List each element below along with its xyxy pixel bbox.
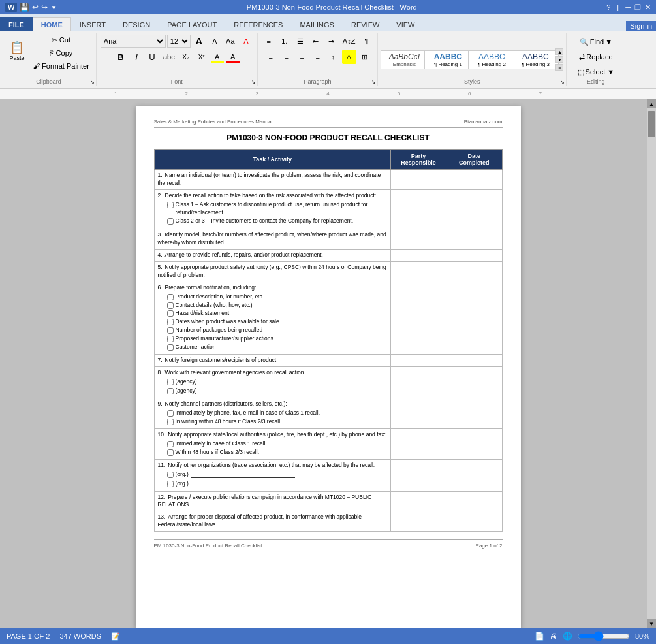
- change-case-button[interactable]: Aa: [223, 34, 238, 48]
- tab-mailings[interactable]: MAILINGS: [291, 17, 343, 31]
- styles-scroll-down[interactable]: ▼: [555, 56, 563, 63]
- style-heading3[interactable]: AABBC ¶ Heading 3: [512, 50, 559, 69]
- vertical-scrollbar[interactable]: ▲ ▼: [647, 99, 656, 628]
- window-controls[interactable]: ? | ─ ❐ ✕: [606, 3, 651, 12]
- checkbox-2-1[interactable]: [167, 202, 174, 208]
- select-button[interactable]: ⬚ Select ▼: [576, 65, 617, 78]
- checkbox-9-2[interactable]: [167, 419, 174, 425]
- text-highlight-button[interactable]: A: [210, 50, 225, 64]
- checkbox-6-4[interactable]: [167, 319, 174, 325]
- checkbox-11-2[interactable]: [167, 481, 174, 487]
- style-heading2[interactable]: AABBC ¶ Heading 2: [468, 50, 515, 69]
- styles-more[interactable]: ≡: [555, 64, 563, 71]
- format-painter-button[interactable]: 🖌 Format Painter: [30, 60, 92, 72]
- view-web-button[interactable]: 🌐: [563, 632, 572, 641]
- align-left-button[interactable]: ≡: [264, 50, 278, 64]
- cut-button[interactable]: ✂ Cut: [30, 34, 92, 46]
- bold-button[interactable]: B: [114, 50, 128, 64]
- checkbox-8-1[interactable]: [167, 379, 174, 385]
- tab-review[interactable]: REVIEW: [343, 17, 388, 31]
- footer-right: Page 1 of 2: [476, 543, 503, 549]
- checkbox-6-3[interactable]: [167, 310, 174, 317]
- scroll-thumb[interactable]: [648, 111, 655, 137]
- tab-references[interactable]: REFERENCES: [225, 17, 291, 31]
- checkbox-10-1[interactable]: [167, 441, 174, 447]
- paragraph-expand[interactable]: ↘: [371, 79, 376, 85]
- subscript-button[interactable]: X₂: [179, 50, 193, 64]
- checkbox-6-2[interactable]: [167, 302, 174, 309]
- line-spacing-button[interactable]: ↕: [326, 50, 341, 64]
- style-emphasis[interactable]: AaBbCcI Emphasis: [381, 50, 428, 69]
- quick-save[interactable]: 💾: [20, 3, 29, 12]
- document-page[interactable]: Sales & Marketing Policies and Procedure…: [136, 106, 521, 628]
- borders-button[interactable]: ⊞: [358, 50, 372, 64]
- tab-page-layout[interactable]: PAGE LAYOUT: [159, 17, 225, 31]
- tab-file[interactable]: FILE: [0, 17, 33, 31]
- strikethrough-button[interactable]: abc: [161, 50, 178, 64]
- quick-undo[interactable]: ↩: [32, 3, 39, 12]
- ribbon-tabs: FILE HOME INSERT DESIGN PAGE LAYOUT REFE…: [0, 14, 656, 31]
- underline-button[interactable]: U: [145, 50, 159, 64]
- italic-button[interactable]: I: [129, 50, 144, 64]
- clear-formatting-button[interactable]: A: [239, 34, 253, 48]
- checkbox-6-6[interactable]: [167, 336, 174, 342]
- ruler: 1 2 3 4 5 6 7: [0, 89, 656, 99]
- grow-font-button[interactable]: A: [192, 34, 206, 48]
- checkbox-6-5[interactable]: [167, 327, 174, 334]
- task-8-sub-1: (agency): [167, 378, 387, 386]
- superscript-button[interactable]: X²: [195, 50, 209, 64]
- styles-scroll-up[interactable]: ▲: [555, 48, 563, 55]
- restore-btn[interactable]: ❐: [634, 3, 641, 12]
- task-2: 2.Decide the recall action to take based…: [154, 189, 390, 229]
- shading-button[interactable]: A: [342, 50, 356, 64]
- view-print-button[interactable]: 🖨: [550, 632, 557, 641]
- tab-home[interactable]: HOME: [33, 17, 71, 31]
- shrink-font-button[interactable]: A: [208, 34, 222, 48]
- zoom-slider[interactable]: [578, 632, 630, 640]
- checkbox-6-1[interactable]: [167, 294, 174, 300]
- show-formatting-button[interactable]: ¶: [359, 34, 373, 48]
- close-btn[interactable]: ✕: [645, 3, 651, 12]
- font-expand[interactable]: ↘: [251, 79, 256, 85]
- help-btn[interactable]: ?: [606, 3, 610, 12]
- checkbox-11-1[interactable]: [167, 472, 174, 478]
- multilevel-button[interactable]: ☰: [293, 34, 307, 48]
- paste-button[interactable]: 📋 Paste: [5, 34, 29, 68]
- view-read-button[interactable]: 📄: [535, 632, 544, 641]
- align-right-button[interactable]: ≡: [295, 50, 309, 64]
- tab-insert[interactable]: INSERT: [71, 17, 114, 31]
- sort-button[interactable]: A↕Z: [340, 34, 358, 48]
- scroll-up-button[interactable]: ▲: [647, 99, 656, 108]
- checkbox-8-2[interactable]: [167, 388, 174, 394]
- bullets-button[interactable]: ≡: [262, 34, 276, 48]
- sign-in-button[interactable]: Sign in: [626, 21, 656, 31]
- quick-redo[interactable]: ↪: [41, 3, 48, 12]
- styles-expand[interactable]: ↘: [560, 79, 565, 85]
- task-6-sub-5: Number of packages being recalled: [167, 327, 387, 334]
- replace-button[interactable]: ⇄ Replace: [577, 50, 614, 63]
- checkbox-2-2[interactable]: [167, 218, 174, 225]
- clipboard-expand[interactable]: ↘: [90, 79, 95, 85]
- font-color-button[interactable]: A: [226, 50, 240, 64]
- style-heading1[interactable]: AABBC ¶ Heading 1: [424, 50, 471, 69]
- checkbox-9-1[interactable]: [167, 410, 174, 417]
- font-size-select[interactable]: 12: [167, 35, 191, 48]
- font-name-select[interactable]: Arial: [101, 35, 166, 48]
- justify-button[interactable]: ≡: [311, 50, 325, 64]
- tab-design[interactable]: DESIGN: [114, 17, 159, 31]
- find-button[interactable]: 🔍 Find ▼: [578, 35, 614, 48]
- checkbox-6-7[interactable]: [167, 344, 174, 351]
- date-1: [446, 170, 502, 190]
- decrease-indent-button[interactable]: ⇤: [309, 34, 323, 48]
- copy-button[interactable]: ⎘ Copy: [30, 47, 92, 59]
- checkbox-10-2[interactable]: [167, 449, 174, 456]
- tab-view[interactable]: VIEW: [388, 17, 423, 31]
- quick-customize[interactable]: ▼: [50, 4, 57, 11]
- increase-indent-button[interactable]: ⇥: [324, 34, 339, 48]
- align-center-button[interactable]: ≡: [279, 50, 294, 64]
- numbering-button[interactable]: 1.: [277, 34, 292, 48]
- scroll-down-button[interactable]: ▼: [647, 619, 656, 628]
- table-row: 12.Prepare / execute public relations ca…: [154, 491, 502, 511]
- minimize-btn[interactable]: ─: [625, 3, 631, 12]
- ruler-mark: 3: [256, 91, 258, 97]
